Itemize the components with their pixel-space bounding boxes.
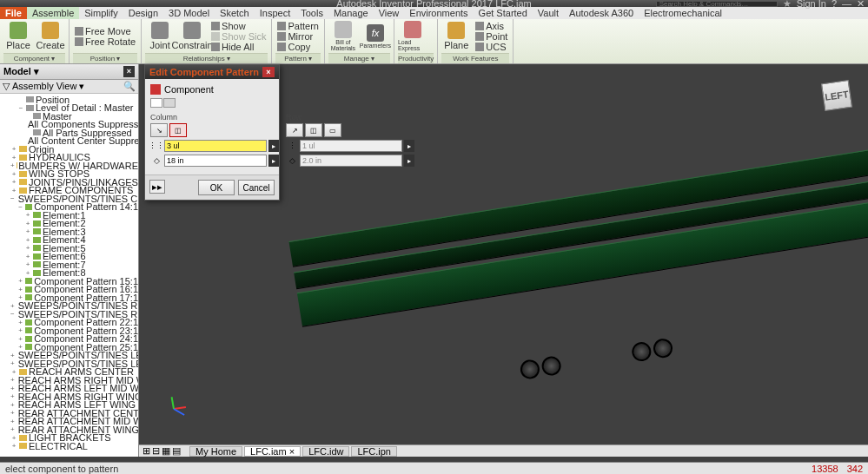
expand-icon[interactable]: + — [24, 244, 31, 252]
expand-icon[interactable]: + — [10, 154, 17, 161]
tab-vault[interactable]: Vault — [533, 7, 564, 19]
expand-icon[interactable]: + — [24, 236, 31, 244]
tab-a360[interactable]: Autodesk A360 — [564, 7, 639, 19]
signin-link[interactable]: Sign In — [797, 0, 826, 9]
expand-icon[interactable]: + — [24, 253, 31, 260]
col-midplane-button[interactable]: ◫ — [169, 123, 187, 137]
doc-tab-ipn[interactable]: LFC.ipn — [351, 446, 397, 457]
expand-icon[interactable]: + — [24, 227, 31, 235]
copy-button[interactable]: Copy — [275, 42, 320, 52]
row-direction-button[interactable]: ↗ — [286, 123, 303, 137]
expand-icon[interactable]: + — [10, 352, 15, 359]
plane-button[interactable]: Plane — [441, 20, 471, 53]
model-panel-title[interactable]: Model ▾ — [3, 66, 39, 77]
expand-icon[interactable]: + — [17, 319, 23, 326]
viewcube[interactable]: LEFT — [821, 80, 852, 111]
pattern-button[interactable]: Pattern — [275, 21, 320, 31]
row-spacing-arrow[interactable]: ▸ — [404, 155, 414, 167]
joint-button[interactable]: Joint — [145, 20, 175, 53]
expand-icon[interactable]: + — [10, 425, 15, 433]
expand-icon[interactable]: + — [10, 392, 15, 400]
group-pattern-label[interactable]: Pattern ▾ — [275, 53, 320, 63]
expand-icon[interactable]: + — [10, 170, 17, 178]
col-spacing-input[interactable] — [164, 155, 267, 167]
col-direction-button[interactable]: ↘ — [150, 123, 168, 137]
expand-icon[interactable]: − — [17, 203, 23, 211]
expand-icon[interactable]: + — [10, 418, 15, 425]
expand-icon[interactable]: − — [10, 310, 15, 318]
tab-getstarted[interactable]: Get Started — [474, 7, 533, 19]
close-icon[interactable]: ✕ — [857, 0, 865, 10]
view-mode-icon[interactable]: ⊟ — [152, 445, 160, 457]
help-icon[interactable]: ? — [832, 0, 837, 9]
view-mode-icon[interactable]: ⊞ — [142, 445, 150, 457]
row-count-input[interactable] — [300, 140, 402, 152]
tab-simplify[interactable]: Simplify — [79, 7, 123, 19]
create-button[interactable]: Create — [36, 20, 65, 53]
tab-sketch[interactable]: Sketch — [215, 7, 255, 19]
doc-tab-idw[interactable]: LFC.idw — [302, 446, 349, 457]
expand-icon[interactable]: + — [10, 409, 15, 417]
expand-icon[interactable]: + — [10, 434, 17, 442]
row-flip-button[interactable]: ◫ — [305, 123, 322, 137]
tree-node[interactable]: +ELECTRICAL — [0, 442, 138, 451]
expand-icon[interactable]: + — [24, 269, 31, 277]
tab-view[interactable]: View — [374, 7, 405, 19]
bom-button[interactable]: Bill of Materials — [328, 20, 358, 53]
model-tree[interactable]: Position−Level of Detail : MasterMasterA… — [0, 94, 138, 457]
place-button[interactable]: Place — [3, 20, 33, 53]
parameters-button[interactable]: fxParameters — [361, 20, 390, 53]
constrain-button[interactable]: Constrain — [177, 20, 207, 53]
view-mode-icon[interactable]: ▤ — [172, 445, 181, 457]
group-relationships-label[interactable]: Relationships ▾ — [145, 53, 268, 63]
free-rotate-button[interactable]: Free Rotate — [73, 36, 137, 47]
expand-icon[interactable]: + — [10, 145, 17, 153]
expand-icon[interactable]: + — [10, 401, 15, 409]
minimize-icon[interactable]: — — [842, 0, 851, 9]
funnel-icon[interactable]: ▽ — [3, 81, 10, 92]
favorite-icon[interactable]: ★ — [783, 0, 792, 10]
tab-inspect[interactable]: Inspect — [255, 7, 295, 19]
dialog-close-icon[interactable]: × — [262, 67, 275, 77]
point-button[interactable]: Point — [474, 31, 509, 42]
expand-icon[interactable]: + — [10, 161, 15, 169]
group-component-label[interactable]: Component ▾ — [3, 53, 65, 63]
component-select-icon[interactable] — [150, 84, 161, 95]
load-express-button[interactable]: Load Express — [398, 20, 427, 53]
expand-icon[interactable]: + — [24, 260, 31, 268]
tab-manage[interactable]: Manage — [328, 7, 374, 19]
expand-icon[interactable]: + — [10, 385, 15, 392]
expand-icon[interactable]: + — [17, 277, 23, 285]
expand-icon[interactable]: + — [10, 178, 17, 186]
dialog-options-button[interactable]: ▸▸ — [149, 180, 165, 194]
ok-button[interactable]: OK — [198, 180, 235, 195]
view-mode-icon[interactable]: ▦ — [162, 445, 170, 457]
mirror-button[interactable]: Mirror — [275, 31, 320, 42]
expand-icon[interactable]: + — [17, 286, 23, 293]
axis-button[interactable]: Axis — [474, 21, 509, 31]
expand-icon[interactable]: + — [10, 376, 15, 384]
col-spacing-arrow[interactable]: ▸ — [268, 155, 279, 167]
hide-all-button[interactable]: Hide All — [209, 42, 268, 52]
expand-icon[interactable]: + — [24, 220, 31, 227]
expand-icon[interactable]: + — [10, 359, 15, 367]
tree-node[interactable]: All Content Center Suppressed — [0, 137, 138, 146]
expand-icon[interactable]: + — [10, 302, 15, 310]
search-tree-icon[interactable]: 🔍 — [123, 81, 136, 92]
col-count-arrow[interactable]: ▸ — [268, 140, 279, 152]
tab-design[interactable]: Design — [123, 7, 163, 19]
tab-environments[interactable]: Environments — [404, 7, 473, 19]
show-button[interactable]: Show — [209, 21, 268, 31]
expand-icon[interactable]: + — [17, 326, 23, 334]
expand-icon[interactable]: + — [10, 368, 17, 376]
show-sick-button[interactable]: Show Sick — [209, 31, 268, 42]
tab-tools[interactable]: Tools — [295, 7, 328, 19]
expand-icon[interactable]: − — [10, 194, 15, 202]
rectangular-tab[interactable] — [150, 98, 162, 108]
doc-tab-iam[interactable]: LFC.iam × — [244, 446, 301, 457]
ucs-button[interactable]: UCS — [474, 42, 509, 52]
free-move-button[interactable]: Free Move — [73, 26, 137, 36]
tab-close-icon[interactable]: × — [289, 446, 295, 457]
group-position-label[interactable]: Position ▾ — [73, 53, 137, 63]
expand-icon[interactable]: + — [24, 211, 31, 219]
